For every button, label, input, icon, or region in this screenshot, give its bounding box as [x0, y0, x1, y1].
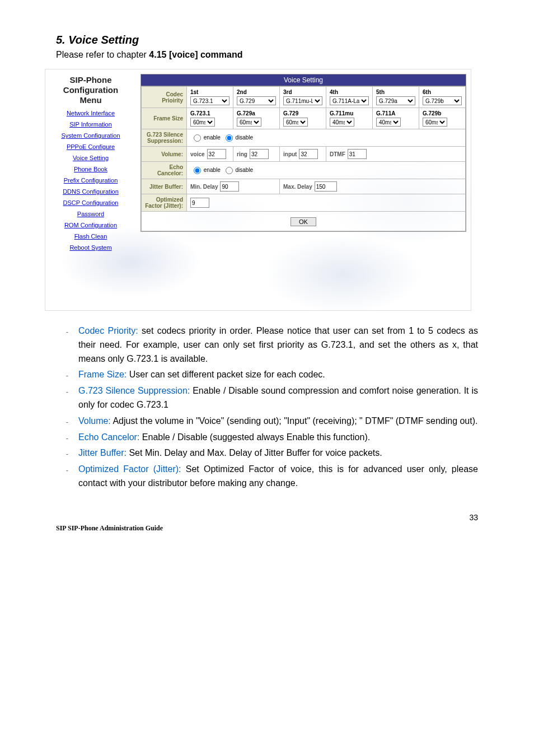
codec-col-head-6: 6th [423, 89, 462, 95]
codec-priority-2-select[interactable]: G.729 [237, 96, 276, 105]
volume-ring-input[interactable] [250, 149, 269, 159]
sidebar-item-sip-information[interactable]: SIP Information [49, 121, 133, 128]
echo-disable-radio[interactable] [226, 167, 233, 174]
sidebar: SIP-Phone Configuration Menu Network Int… [45, 69, 136, 310]
desc-codec-priority: set codecs priority in order. Please not… [78, 326, 478, 363]
sidebar-item-flash-clean[interactable]: Flash Clean [49, 233, 133, 240]
frame-col-head-2: G.729a [237, 110, 276, 116]
codec-priority-5-select[interactable]: G.729a [376, 96, 415, 105]
bullet-dash: - [56, 324, 78, 366]
term-codec-priority: Codec Priority: [78, 326, 138, 335]
frame-col-head-5: G.711A [376, 110, 415, 116]
frame-size-3-select[interactable]: 60ms [283, 118, 308, 127]
bullet-dash: - [56, 414, 78, 428]
codec-col-head-1: 1st [190, 89, 229, 95]
frame-col-head-6: G.729b [423, 110, 462, 116]
row-label-opt: Optimized Factor (Jitter): [142, 194, 187, 212]
frame-size-4-select[interactable]: 40ms [330, 118, 354, 127]
silence-enable-radio[interactable] [194, 134, 201, 142]
sidebar-item-phone-book[interactable]: Phone Book [49, 166, 133, 172]
codec-col-head-5: 5th [376, 89, 415, 95]
sidebar-item-network-interface[interactable]: Network Interface [49, 110, 133, 116]
sidebar-title-l1: SIP-Phone [69, 75, 111, 85]
silence-disable-label: disable [235, 134, 253, 141]
term-frame-size: Frame Size: [78, 370, 127, 379]
codec-col-head-2: 2nd [237, 89, 276, 95]
sidebar-title-l2: Configuration [63, 85, 118, 95]
term-echo: Echo Cancelor: [78, 432, 139, 442]
silence-enable-label: enable [204, 134, 221, 141]
row-label-volume: Volume: [142, 147, 187, 162]
frame-size-5-select[interactable]: 40ms [376, 118, 401, 127]
jitter-min-label: Min. Delay [190, 184, 218, 190]
codec-col-head-3: 3rd [283, 89, 322, 95]
codec-priority-3-select[interactable]: G.711mu-Law [283, 96, 322, 105]
volume-voice-input[interactable] [207, 149, 226, 159]
main-panel-area: Voice Setting Codec Prioirity 1st G.723.… [136, 69, 471, 310]
voice-setting-form: Codec Prioirity 1st G.723.1 2nd G.729 3r… [141, 86, 466, 212]
codec-priority-4-select[interactable]: G.711A-Law [330, 96, 369, 105]
bullet-dash: - [56, 446, 78, 460]
ok-row: OK [141, 212, 466, 231]
section-subtitle: Please refer to chapter 4.15 [voice] com… [56, 50, 478, 60]
row-label-jitter: Jitter Buffer: [142, 179, 187, 194]
sidebar-item-prefix-configuration[interactable]: Prefix Configuration [49, 177, 133, 184]
panel-title: Voice Setting [141, 74, 466, 86]
sidebar-item-dscp-configuration[interactable]: DSCP Configuration [49, 199, 133, 206]
row-label-silence: G.723 Silence Suppression: [142, 129, 187, 147]
frame-col-head-4: G.711mu [330, 110, 369, 116]
section-sub-pre: Please refer to chapter [56, 50, 149, 59]
desc-echo: Enable / Disable (suggested always Enabl… [139, 432, 370, 442]
page-number: 33 [56, 513, 478, 522]
sidebar-title: SIP-Phone Configuration Menu [49, 75, 133, 105]
sidebar-item-ddns-configuration[interactable]: DDNS Configuration [49, 188, 133, 195]
bullet-dash: - [56, 431, 78, 445]
volume-ring-label: ring [237, 151, 247, 157]
term-jitter: Jitter Buffer: [78, 448, 127, 458]
row-label-echo: Echo Cancelor: [142, 162, 187, 179]
volume-voice-label: voice [190, 151, 205, 157]
sidebar-item-rom-configuration[interactable]: ROM Configuration [49, 222, 133, 228]
jitter-min-input[interactable] [220, 181, 239, 192]
volume-dtmf-input[interactable] [348, 149, 367, 159]
bullet-dash: - [56, 368, 78, 382]
frame-col-head-3: G.729 [283, 110, 322, 116]
volume-input-label: input [283, 151, 297, 157]
footer: SIP SIP-Phone Administration Guide [56, 524, 478, 533]
sidebar-item-reboot-system[interactable]: Reboot System [49, 244, 133, 251]
voice-setting-panel: Voice Setting Codec Prioirity 1st G.723.… [140, 74, 466, 232]
echo-disable-label: disable [235, 167, 253, 173]
term-silence: G.723 Silence Suppression: [78, 386, 190, 395]
desc-frame-size: User can set different packet size for e… [127, 370, 325, 379]
silence-disable-radio[interactable] [226, 134, 233, 142]
frame-size-1-select[interactable]: 60ms [190, 118, 215, 127]
frame-size-6-select[interactable]: 60ms [423, 118, 447, 127]
section-title: 5. Voice Setting [56, 34, 478, 46]
bullet-dash: - [56, 463, 78, 491]
bullet-dash: - [56, 384, 78, 412]
ok-button[interactable]: OK [291, 217, 316, 226]
desc-jitter: Set Min. Delay and Max. Delay of Jitter … [127, 448, 382, 458]
echo-enable-radio[interactable] [194, 167, 201, 174]
frame-col-head-1: G.723.1 [190, 110, 229, 116]
row-label-codec-priority: Codec Prioirity [142, 87, 187, 108]
description-list: -Codec Priority: set codecs priority in … [56, 324, 478, 491]
sidebar-item-pppoe-configure[interactable]: PPPoE Configure [49, 143, 133, 150]
term-optimized: Optimized Factor (Jitter): [78, 464, 181, 474]
sidebar-item-password[interactable]: Password [49, 211, 133, 217]
frame-size-2-select[interactable]: 60ms [237, 118, 261, 127]
codec-priority-6-select[interactable]: G.729b [423, 96, 462, 105]
volume-dtmf-label: DTMF [330, 151, 345, 157]
jitter-max-input[interactable] [315, 181, 337, 192]
volume-input-input[interactable] [299, 149, 318, 159]
sidebar-item-system-configuration[interactable]: System Configuration [49, 132, 133, 139]
section-sub-bold: 4.15 [voice] command [149, 50, 242, 59]
optimized-factor-input[interactable] [190, 198, 209, 208]
sidebar-item-voice-setting[interactable]: Voice Setting [49, 155, 133, 161]
codec-col-head-4: 4th [330, 89, 369, 95]
codec-priority-1-select[interactable]: G.723.1 [190, 96, 229, 105]
desc-volume: Adjust the volume in "Voice" (sending ou… [111, 416, 478, 426]
term-volume: Volume: [78, 416, 111, 426]
config-screenshot: SIP-Phone Configuration Menu Network Int… [45, 69, 471, 311]
jitter-max-label: Max. Delay [283, 184, 312, 190]
